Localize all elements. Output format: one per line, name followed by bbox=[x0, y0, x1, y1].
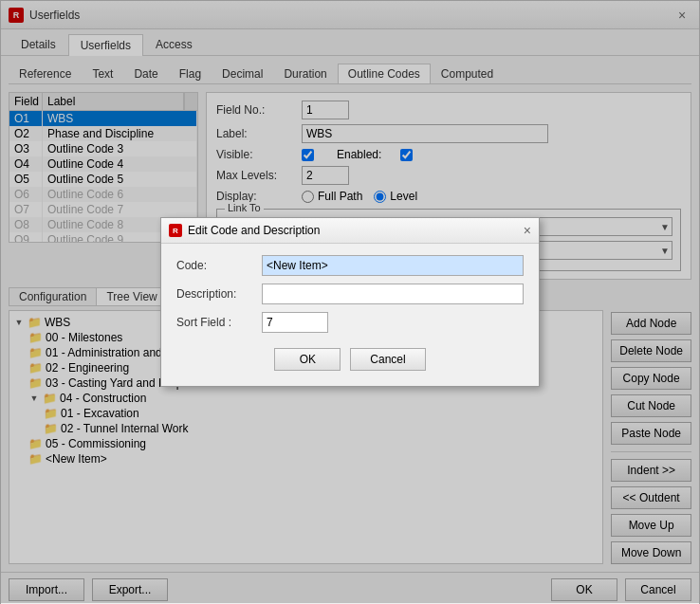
modal-title-bar: R Edit Code and Description × bbox=[161, 218, 539, 244]
modal-ok-button[interactable]: OK bbox=[274, 348, 341, 371]
modal-content: Code: Description: Sort Field : OK Cance… bbox=[161, 244, 539, 386]
code-input[interactable] bbox=[262, 255, 524, 276]
sort-field-row: Sort Field : bbox=[176, 312, 524, 333]
description-input[interactable] bbox=[262, 284, 524, 304]
modal-overlay: R Edit Code and Description × Code: Desc… bbox=[1, 1, 699, 603]
description-label: Description: bbox=[176, 287, 262, 301]
modal-title-left: R Edit Code and Description bbox=[169, 224, 320, 237]
description-row: Description: bbox=[176, 284, 524, 304]
modal-button-row: OK Cancel bbox=[176, 340, 524, 375]
edit-code-modal: R Edit Code and Description × Code: Desc… bbox=[160, 217, 540, 387]
main-window: R Userfields × Details Userfields Access… bbox=[0, 0, 700, 604]
sort-field-input[interactable] bbox=[262, 312, 328, 333]
sort-field-label: Sort Field : bbox=[176, 316, 262, 329]
modal-cancel-button[interactable]: Cancel bbox=[350, 348, 425, 371]
modal-title-text: Edit Code and Description bbox=[188, 224, 320, 237]
code-label: Code: bbox=[176, 259, 262, 272]
modal-app-icon: R bbox=[169, 224, 182, 237]
code-row: Code: bbox=[176, 255, 524, 276]
modal-close-button[interactable]: × bbox=[524, 223, 531, 238]
